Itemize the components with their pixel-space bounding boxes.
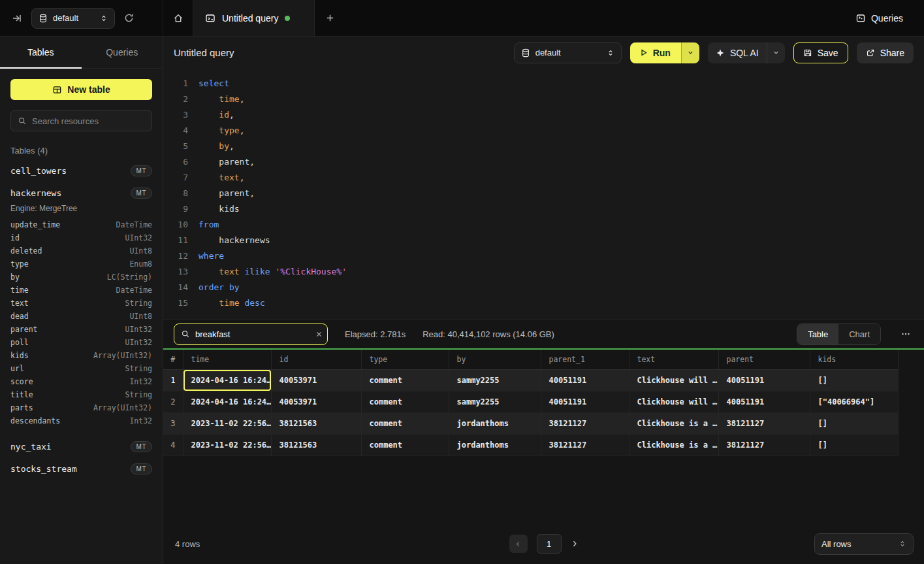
cell[interactable]: jordanthoms (449, 434, 541, 456)
sidebar-tab-queries[interactable]: Queries (82, 37, 163, 68)
code-line[interactable]: 5 by, (172, 138, 924, 154)
sidebar-search[interactable] (10, 110, 152, 131)
code-line[interactable]: 8 parent, (172, 185, 924, 201)
run-options-chevron[interactable] (681, 42, 699, 63)
cell[interactable]: 40051191 (541, 391, 629, 412)
cell[interactable]: 38121127 (541, 434, 629, 456)
current-page[interactable]: 1 (537, 534, 562, 554)
code-line[interactable]: 1select (172, 75, 924, 91)
sidebar-search-input[interactable] (32, 116, 147, 126)
cell[interactable]: comment (361, 369, 449, 391)
cell[interactable]: 40051191 (718, 391, 810, 412)
cell[interactable]: 38121563 (271, 412, 361, 434)
next-page-button[interactable] (571, 540, 579, 548)
cell[interactable]: sammy2255 (449, 369, 541, 391)
tab-home[interactable] (163, 0, 193, 36)
column-row-score[interactable]: scoreInt32 (10, 375, 152, 388)
cell[interactable]: 38121127 (718, 412, 810, 434)
code-line[interactable]: 10from (172, 216, 924, 232)
cell[interactable]: [] (810, 412, 898, 434)
share-button[interactable]: Share (857, 42, 914, 63)
code-line[interactable]: 13 text ilike '%ClickHouse%' (172, 263, 924, 279)
column-row-deleted[interactable]: deletedUInt8 (10, 244, 152, 257)
cell[interactable]: 40053971 (271, 391, 361, 412)
column-row-type[interactable]: typeEnum8 (10, 257, 152, 271)
code-line[interactable]: 12where (172, 248, 924, 263)
sidebar-table-hackernews[interactable]: hackernewsMT (10, 182, 152, 204)
row-number[interactable]: 3 (163, 412, 183, 434)
view-tab-chart[interactable]: Chart (838, 324, 880, 344)
sidebar-table-nyc_taxi[interactable]: nyc_taxiMT (10, 435, 152, 457)
table-row[interactable]: 42023-11-02 22:56…38121563commentjordant… (163, 434, 898, 456)
column-header[interactable]: kids (810, 350, 898, 369)
results-search-input[interactable] (195, 329, 310, 339)
column-header[interactable]: type (361, 350, 449, 369)
column-row-descendants[interactable]: descendantsInt32 (10, 414, 152, 427)
cell[interactable]: 40051191 (541, 369, 629, 391)
save-button[interactable]: Save (793, 42, 848, 63)
sidebar-tab-tables[interactable]: Tables (0, 37, 82, 68)
topbar-database-select[interactable]: default (31, 8, 115, 29)
row-number[interactable]: 4 (163, 434, 183, 456)
column-header[interactable]: id (271, 350, 361, 369)
cell[interactable]: 38121127 (541, 412, 629, 434)
cell[interactable]: 38121563 (271, 434, 361, 456)
results-search[interactable] (174, 323, 328, 345)
table-row[interactable]: 32023-11-02 22:56…38121563commentjordant… (163, 412, 898, 434)
tab-untitled-query[interactable]: Untitled query (193, 0, 315, 36)
cell[interactable]: 2023-11-02 22:56… (183, 412, 271, 434)
cell[interactable]: comment (361, 412, 449, 434)
column-header[interactable]: by (449, 350, 541, 369)
code-line[interactable]: 2 time, (172, 91, 924, 107)
column-header[interactable]: time (183, 350, 271, 369)
code-line[interactable]: 9 kids (172, 201, 924, 216)
cell[interactable]: 2024-04-16 16:24… (183, 369, 271, 391)
query-database-select[interactable]: default (514, 42, 622, 63)
collapse-sidebar-icon[interactable] (9, 10, 25, 26)
cell[interactable]: comment (361, 434, 449, 456)
cell[interactable]: ["40066964"] (810, 391, 898, 412)
sidebar-table-stocks_stream[interactable]: stocks_streamMT (10, 457, 152, 480)
sql-editor[interactable]: 1select2 time,3 id,4 type,5 by,6 parent,… (163, 69, 924, 319)
cell[interactable]: Clickhouse will … (629, 369, 718, 391)
column-row-time[interactable]: timeDateTime (10, 284, 152, 297)
refresh-icon[interactable] (121, 10, 136, 25)
column-header[interactable]: parent_1 (541, 350, 629, 369)
column-row-update_time[interactable]: update_timeDateTime (10, 218, 152, 231)
cell[interactable]: 2023-11-02 22:56… (183, 434, 271, 456)
close-icon[interactable] (315, 331, 323, 338)
column-row-by[interactable]: byLC(String) (10, 271, 152, 284)
cell[interactable]: Clickhouse is a … (629, 434, 718, 456)
sql-ai-options-chevron[interactable] (767, 42, 785, 63)
code-line[interactable]: 4 type, (172, 122, 924, 138)
code-line[interactable]: 11 hackernews (172, 232, 924, 248)
table-row[interactable]: 12024-04-16 16:24…40053971commentsammy22… (163, 369, 898, 391)
sidebar-table-cell_towers[interactable]: cell_towersMT (10, 159, 152, 182)
queries-button[interactable]: Queries (850, 9, 908, 27)
new-table-button[interactable]: New table (10, 79, 152, 100)
column-row-parent[interactable]: parentUInt32 (10, 323, 152, 336)
cell[interactable]: Clickhouse is a … (629, 412, 718, 434)
column-header[interactable]: parent (718, 350, 810, 369)
column-row-id[interactable]: idUInt32 (10, 231, 152, 244)
code-line[interactable]: 6 parent, (172, 154, 924, 169)
page-size-select[interactable]: All rows (814, 533, 914, 555)
column-header[interactable]: text (629, 350, 718, 369)
column-row-parts[interactable]: partsArray(UInt32) (10, 401, 152, 414)
cell[interactable]: 38121127 (718, 434, 810, 456)
cell[interactable]: Clickhouse will … (629, 391, 718, 412)
column-header[interactable]: # (163, 350, 183, 369)
add-tab-button[interactable] (315, 0, 345, 36)
view-tab-table[interactable]: Table (797, 324, 838, 344)
row-number[interactable]: 2 (163, 391, 183, 412)
cell[interactable]: [] (810, 434, 898, 456)
prev-page-button[interactable] (509, 535, 528, 553)
cell[interactable]: sammy2255 (449, 391, 541, 412)
code-line[interactable]: 7 text, (172, 169, 924, 185)
column-row-kids[interactable]: kidsArray(UInt32) (10, 349, 152, 362)
run-button[interactable]: Run (630, 42, 681, 63)
column-row-title[interactable]: titleString (10, 388, 152, 401)
cell[interactable]: jordanthoms (449, 412, 541, 434)
column-row-text[interactable]: textString (10, 297, 152, 310)
cell[interactable]: [] (810, 369, 898, 391)
